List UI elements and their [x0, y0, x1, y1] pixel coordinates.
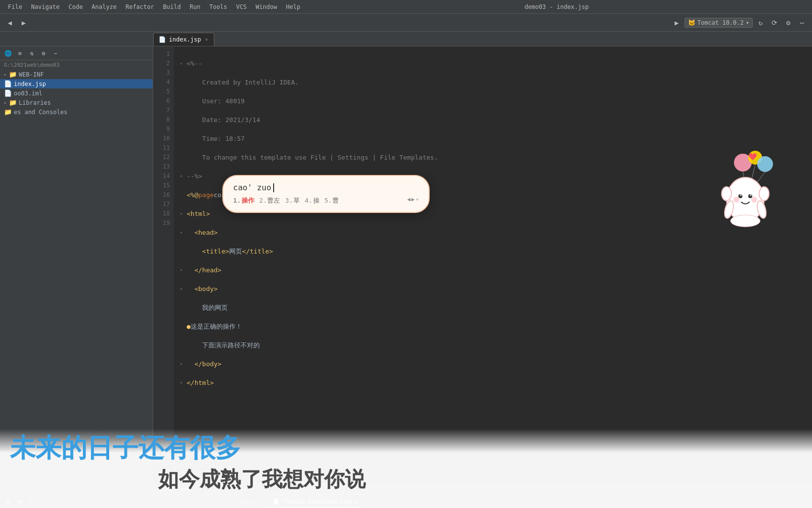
tree-arrow-icon: ▸ [4, 72, 7, 77]
candidate-num-5: 5. [325, 197, 332, 204]
svg-point-10 [750, 195, 752, 196]
folder-icon: 📁 [9, 71, 17, 78]
tree-item-libraries[interactable]: ▸ 📁 Libraries [0, 98, 153, 107]
bottom-content: ⊞ ▼ ⊟ + Tomcat Server ● Running ⊟ ⚙ Tomc… [0, 495, 812, 508]
file-icon: 📄 [4, 80, 12, 87]
sidebar-minus-btn[interactable]: − [50, 48, 60, 58]
candidate-num-4: 4. [305, 197, 313, 204]
sidebar: 🌐 ≡ ⇅ ⚙ − G:\2021web\demo03 ▸ 📁 WEB-INF … [0, 46, 153, 494]
tree-label: index.jsp [14, 81, 46, 87]
svg-point-9 [740, 195, 742, 196]
log-tab-close[interactable]: ✕ [355, 498, 358, 505]
bottom-panel: ⊞ ▼ ⊟ + Tomcat Server ● Running ⊟ ⚙ Tomc… [0, 494, 812, 508]
menu-refactor[interactable]: Refactor [122, 2, 158, 11]
svg-point-17 [731, 215, 760, 227]
svg-point-14 [759, 187, 769, 201]
run-button[interactable]: ▶ [671, 17, 683, 29]
menu-code[interactable]: Code [65, 2, 87, 11]
tree-label: es and Consoles [14, 109, 67, 116]
forward-button[interactable]: ▶ [18, 17, 30, 29]
more-button[interactable]: ⋯ [796, 17, 808, 29]
file-tab-index-jsp[interactable]: 📄 index.jsp ✕ [153, 33, 214, 46]
candidates-list[interactable]: 1.操作 2.曹左 3.草 4.操 5.曹 ◀ ▶ ▿ [233, 196, 419, 205]
folder-icon: 📁 [4, 108, 12, 116]
window-title: demo03 - index.jsp [525, 3, 589, 10]
server-tab[interactable]: Server [236, 497, 267, 507]
menu-help[interactable]: Help [282, 2, 304, 11]
tab-bar: 📄 index.jsp ✕ [0, 32, 812, 46]
candidate-5[interactable]: 5.曹 [325, 196, 339, 205]
candidate-4[interactable]: 4.操 [305, 196, 320, 205]
settings-button[interactable]: ⚙ [782, 17, 794, 29]
sidebar-path: G:\2021web\demo03 [0, 60, 153, 70]
menu-vcs[interactable]: VCS [232, 2, 251, 11]
tab-close-button[interactable]: ✕ [204, 36, 209, 42]
svg-point-11 [733, 197, 739, 203]
line-numbers: 12345 678910 1112131415 16171819 [153, 46, 174, 494]
menu-window[interactable]: Window [252, 2, 281, 11]
nav-arrows: ◀ ▶ ▿ [407, 196, 419, 205]
tree-label: Libraries [19, 99, 51, 106]
menu-analyze[interactable]: Analyze [88, 2, 121, 11]
candidate-2[interactable]: 2.曹左 [259, 196, 281, 205]
tree-arrow-icon: ▸ [4, 100, 7, 105]
mascot-decoration [713, 150, 777, 234]
server-toolbar-btn1[interactable]: ⊞ [3, 497, 13, 507]
server-panel: ⊞ ▼ ⊟ + Tomcat Server ● Running ⊟ ⚙ Tomc… [0, 495, 233, 508]
tree-item-webinf[interactable]: ▸ 📁 WEB-INF [0, 70, 153, 79]
svg-point-12 [751, 197, 757, 203]
server-toolbar-btn3[interactable]: ⊟ [27, 497, 37, 507]
tomcat-selector[interactable]: 🐱 Tomcat 10.0.2 ▾ [685, 18, 753, 28]
svg-point-13 [722, 187, 731, 201]
server-toolbar-btn4[interactable]: + [39, 497, 48, 507]
editor-area: 12345 678910 1112131415 16171819 ▾<%-- C… [153, 46, 812, 494]
tree-item-index-jsp[interactable]: 📄 index.jsp [0, 79, 153, 88]
update-button[interactable]: ⟳ [769, 17, 780, 29]
tree-label: WEB-INF [19, 71, 44, 78]
tree-item-iml[interactable]: 📄 oo03.iml [0, 88, 153, 98]
folder-icon: 📁 [9, 99, 17, 106]
sidebar-list-btn[interactable]: ≡ [15, 48, 25, 58]
menu-run[interactable]: Run [186, 2, 204, 11]
file-icon: 📄 [159, 36, 166, 43]
candidate-1[interactable]: 1.操作 [233, 196, 254, 205]
cursor-indicator [273, 183, 274, 192]
prev-candidates-btn[interactable]: ◀ [407, 196, 410, 205]
tomcat-icon: 🐱 [688, 19, 695, 26]
breadcrumb-html[interactable]: html [159, 486, 172, 492]
menu-file[interactable]: File [4, 2, 26, 11]
back-button[interactable]: ◀ [4, 17, 16, 29]
candidate-num-3: 3. [285, 197, 293, 204]
sidebar-gear-btn[interactable]: ⚙ [39, 48, 48, 58]
sidebar-globe-btn[interactable]: 🌐 [3, 48, 13, 58]
menu-tools[interactable]: Tools [205, 2, 231, 11]
menu-navigate[interactable]: Navigate [27, 2, 64, 11]
log-panel: Server 📋 Tomcat Catalina Log ✕ Output Co… [233, 495, 812, 508]
code-container[interactable]: 12345 678910 1112131415 16171819 ▾<%-- C… [153, 46, 812, 494]
menu-bar: File Navigate Code Analyze Refactor Buil… [0, 0, 812, 14]
server-toolbar-btn2[interactable]: ▼ [15, 497, 25, 507]
candidate-num-1: 1. [233, 197, 241, 204]
sidebar-toolbar: 🌐 ≡ ⇅ ⚙ − [0, 46, 153, 60]
toolbar: ◀ ▶ ▶ 🐱 Tomcat 10.0.2 ▾ ↻ ⟳ ⚙ ⋯ [0, 14, 812, 32]
breadcrumb-bar: html › body [153, 483, 812, 494]
tree-item-consoles[interactable]: 📁 es and Consoles [0, 107, 153, 117]
sidebar-sort-btn[interactable]: ⇅ [27, 48, 37, 58]
input-popup: cao' zuo 1.操作 2.曹左 3.草 4.操 5.曹 [222, 175, 430, 213]
dropdown-icon: ▾ [746, 19, 749, 26]
refresh-button[interactable]: ↻ [755, 17, 767, 29]
log-tabs: Server 📋 Tomcat Catalina Log ✕ [233, 495, 812, 508]
tomcat-label: Tomcat 10.0.2 [697, 19, 744, 26]
menu-build[interactable]: Build [159, 2, 185, 11]
input-text-line: cao' zuo [233, 183, 419, 192]
breadcrumb-body[interactable]: body [179, 486, 193, 492]
tree-label: oo03.iml [14, 90, 42, 97]
catalina-log-tab[interactable]: 📋 Tomcat Catalina Log ✕ [267, 497, 363, 508]
next-candidates-btn[interactable]: ▶ [411, 196, 415, 205]
log-tab-icon: 📋 [272, 498, 280, 505]
expand-candidates-btn[interactable]: ▿ [415, 196, 419, 205]
candidate-num-2: 2. [259, 197, 267, 204]
file-icon: 📄 [4, 89, 12, 97]
code-editor[interactable]: ▾<%-- Created by IntelliJ IDEA. User: 48… [174, 46, 812, 494]
candidate-3[interactable]: 3.草 [285, 196, 300, 205]
